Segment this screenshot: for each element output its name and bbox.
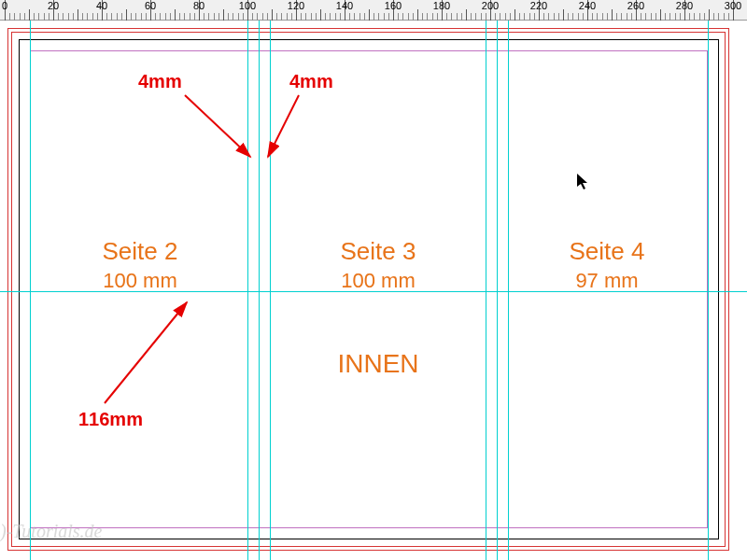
guide-v xyxy=(508,21,509,560)
ruler-tick-label: 100 xyxy=(239,0,256,11)
ruler-tick-label: 280 xyxy=(676,0,693,11)
ruler-tick-label: 200 xyxy=(482,0,499,11)
page-label-3: Seite 4 xyxy=(570,237,645,266)
guide-v xyxy=(247,21,248,560)
annotation-gap-left: 4mm xyxy=(138,71,182,92)
ruler-tick-label: 240 xyxy=(579,0,596,11)
guide-v xyxy=(30,21,31,560)
annotation-gap-right: 4mm xyxy=(289,71,333,92)
horizontal-ruler: 0204060801001201401601802002202402602803… xyxy=(0,0,747,21)
guide-v xyxy=(497,21,498,560)
page-width-2: 100 mm xyxy=(341,269,415,293)
ruler-tick-label: 180 xyxy=(433,0,450,11)
ruler-tick-label: 160 xyxy=(385,0,402,11)
ruler-tick-label: 260 xyxy=(627,0,644,11)
ruler-tick-label: 40 xyxy=(96,0,107,11)
guide-v xyxy=(486,21,486,560)
cursor-icon xyxy=(577,174,590,194)
page-label-2: Seite 3 xyxy=(341,237,416,266)
ruler-tick-label: 80 xyxy=(193,0,204,11)
watermark-text: )-Tutorials.de xyxy=(0,521,102,542)
annotation-116mm: 116mm xyxy=(78,409,143,430)
canvas-area: 4mm 4mm 116mm Seite 2 100 mm Seite 3 100… xyxy=(0,21,747,560)
page-label-1: Seite 2 xyxy=(103,237,178,266)
ruler-tick-label: 60 xyxy=(145,0,156,11)
inner-label: INNEN xyxy=(337,349,418,379)
ruler-tick-label: 20 xyxy=(48,0,59,11)
guide-v xyxy=(708,21,709,560)
page-width-3: 97 mm xyxy=(575,269,638,293)
ruler-tick-label: 120 xyxy=(288,0,304,11)
page-width-1: 100 mm xyxy=(103,269,176,293)
ruler-tick-label: 140 xyxy=(336,0,353,11)
guide-v xyxy=(270,21,271,560)
ruler-tick-label: 220 xyxy=(530,0,547,11)
ruler-tick-label: 0 xyxy=(2,0,7,11)
guide-v xyxy=(259,21,260,560)
ruler-tick-label: 300 xyxy=(725,0,741,11)
